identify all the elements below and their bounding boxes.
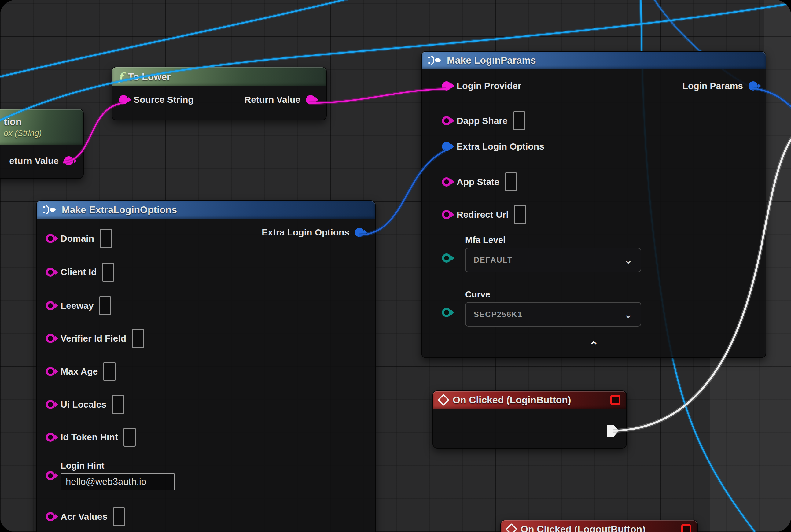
function-icon: ƒ — [118, 70, 123, 83]
pin-label: Verifier Id Field — [60, 333, 126, 344]
node-title: On Clicked (LoginButton) — [453, 394, 571, 406]
delegate-icon — [610, 395, 620, 405]
input-pin-redirect-url[interactable] — [442, 210, 451, 219]
value-box-id-token-hint[interactable] — [123, 428, 136, 447]
node-to-lower-header[interactable]: ƒ To Lower — [112, 67, 326, 86]
pin-row-mfa-level — [442, 253, 451, 263]
input-pin-login-hint[interactable] — [46, 471, 55, 480]
pin-row-login-params-out: Login Params — [682, 81, 758, 91]
value-box-leeway[interactable] — [99, 296, 111, 315]
node-make-login-params-header[interactable]: Make LoginParams — [422, 52, 766, 69]
input-pin-verifier-id-field[interactable] — [46, 334, 55, 343]
node-subtitle: ox (String) — [4, 129, 42, 138]
node-title: On Clicked (LogoutButton) — [521, 524, 645, 532]
pin-row-redirect-url: Redirect Url — [442, 205, 526, 224]
input-pin-login-provider[interactable] — [442, 81, 451, 91]
output-pin-extra-login-options[interactable] — [355, 228, 364, 237]
node-make-login-params[interactable]: Make LoginParams Login Params Login Prov… — [421, 51, 766, 358]
input-pin-domain[interactable] — [46, 234, 55, 243]
input-pin-ui-locales[interactable] — [46, 400, 55, 409]
value-box-max-age[interactable] — [103, 362, 116, 381]
pin-row-domain: Domain — [46, 229, 112, 248]
chevron-down-icon: ⌄ — [624, 308, 633, 320]
login-hint-input[interactable]: hello@web3auth.io — [60, 473, 175, 490]
output-pin-return-value[interactable] — [64, 156, 73, 166]
output-pin-return-value[interactable] — [306, 95, 315, 104]
pin-label: Login Provider — [457, 81, 521, 91]
pin-row-login-provider: Login Provider — [442, 81, 521, 91]
chevron-down-icon: ⌄ — [624, 254, 633, 266]
pin-row-leeway: Leeway — [46, 296, 111, 315]
pin-row-id-token-hint: Id Token Hint — [46, 428, 136, 447]
input-pin-source-string[interactable] — [119, 95, 128, 104]
node-on-clicked-login-button-header[interactable]: On Clicked (LoginButton) — [433, 391, 626, 409]
pin-label: eturn Value — [9, 156, 59, 166]
curve-field: Curve SECP256K1 ⌄ — [465, 289, 641, 326]
node-on-clicked-logout-button-header[interactable]: On Clicked (LogoutButton) — [501, 520, 697, 532]
pin-row-verifier-id-field: Verifier Id Field — [46, 329, 144, 348]
input-pin-client-id[interactable] — [46, 268, 55, 277]
input-pin-dapp-share[interactable] — [442, 116, 451, 125]
field-label: Curve — [465, 289, 641, 300]
value-box-dapp-share[interactable] — [513, 111, 525, 130]
dropdown-value: SECP256K1 — [474, 310, 523, 319]
node-title: Make ExtraLoginOptions — [62, 204, 177, 215]
input-pin-max-age[interactable] — [46, 367, 55, 376]
output-pin-login-params[interactable] — [749, 81, 758, 91]
node-make-extra-login-options-header[interactable]: Make ExtraLoginOptions — [37, 201, 375, 218]
value-box-redirect-url[interactable] — [514, 205, 526, 224]
node-on-clicked-login-button[interactable]: On Clicked (LoginButton) — [432, 391, 627, 449]
pin-row-ui-locales: Ui Locales — [46, 395, 124, 414]
pin-label: Leeway — [60, 301, 94, 311]
pin-row-curve — [442, 308, 451, 317]
delegate-icon — [681, 524, 691, 532]
pin-row-source-string: Source String — [119, 94, 194, 105]
value-box-client-id[interactable] — [102, 263, 114, 282]
pin-row-dapp-share: Dapp Share — [442, 111, 525, 130]
input-pin-extra-login-options[interactable] — [442, 142, 451, 151]
value-box-acr-values[interactable] — [113, 507, 125, 526]
node-title: Make LoginParams — [447, 55, 536, 66]
pin-label: Acr Values — [60, 512, 107, 522]
blueprint-graph-canvas[interactable]: tion ox (String) eturn Value ƒ To Lower … — [0, 0, 791, 532]
node-text-getter[interactable]: tion ox (String) eturn Value — [0, 109, 84, 179]
pin-label: Ui Locales — [60, 399, 107, 410]
field-label: Mfa Level — [465, 235, 641, 245]
node-on-clicked-logout-button[interactable]: On Clicked (LogoutButton) — [500, 520, 698, 532]
input-pin-leeway[interactable] — [46, 301, 55, 310]
pin-label: Client Id — [60, 267, 97, 277]
input-pin-mfa-level[interactable] — [442, 253, 451, 263]
input-pin-id-token-hint[interactable] — [46, 433, 55, 442]
pin-label: Max Age — [60, 366, 98, 377]
node-make-extra-login-options[interactable]: Make ExtraLoginOptions Extra Login Optio… — [36, 200, 375, 532]
pin-label: App State — [457, 177, 499, 187]
pin-row-max-age: Max Age — [46, 362, 116, 381]
exec-output-pin[interactable] — [607, 424, 619, 438]
value-box-verifier-id-field[interactable] — [132, 329, 144, 348]
pin-label: Extra Login Options — [262, 227, 349, 238]
mfa-level-field: Mfa Level DEFAULT ⌄ — [465, 235, 641, 272]
pin-label: Return Value — [245, 94, 301, 105]
node-text-getter-header[interactable]: tion ox (String) — [0, 109, 83, 145]
input-pin-curve[interactable] — [442, 308, 451, 317]
pin-label: Login Params — [682, 81, 743, 91]
value-box-domain[interactable] — [100, 229, 112, 248]
pin-row-login-hint: Login Hint hello@web3auth.io — [46, 461, 175, 490]
pin-row-extra-login-options: Extra Login Options — [442, 141, 544, 152]
input-pin-app-state[interactable] — [442, 177, 451, 187]
make-struct-icon — [43, 205, 57, 214]
node-title: To Lower — [128, 71, 171, 82]
value-box-app-state[interactable] — [505, 172, 517, 191]
pin-row-return-value: Return Value — [245, 94, 315, 105]
pin-label: Login Hint — [60, 461, 175, 471]
input-pin-acr-values[interactable] — [46, 512, 55, 521]
mfa-level-dropdown[interactable]: DEFAULT ⌄ — [465, 248, 641, 272]
collapse-node-chevron[interactable]: ⌃ — [589, 343, 599, 349]
pin-label: Id Token Hint — [60, 432, 118, 442]
curve-dropdown[interactable]: SECP256K1 ⌄ — [465, 302, 641, 326]
pin-label: Source String — [134, 94, 194, 105]
event-diamond-icon — [505, 523, 518, 532]
pin-row-extra-login-options-out: Extra Login Options — [262, 227, 364, 238]
value-box-ui-locales[interactable] — [112, 395, 124, 414]
node-to-lower[interactable]: ƒ To Lower Source String Return Value — [112, 66, 327, 120]
